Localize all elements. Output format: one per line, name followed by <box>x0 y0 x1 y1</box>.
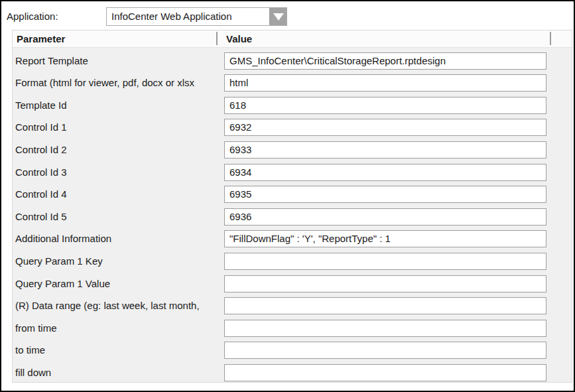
table-row: Query Param 1 Key <box>13 248 572 271</box>
parameter-table-body: Report Template Format (html for viewer,… <box>13 48 572 382</box>
value-input[interactable] <box>224 253 546 270</box>
parameter-label: Format (html for viewer, pdf, docx or xl… <box>15 76 194 89</box>
application-dropdown[interactable]: InfoCenter Web Application <box>106 7 287 26</box>
table-row: Query Param 1 Value <box>13 271 572 293</box>
parameter-table-header: Parameter Value <box>13 31 572 48</box>
column-header-value: Value <box>226 33 252 45</box>
table-row: Control Id 5 <box>13 204 572 226</box>
table-row: Control Id 3 <box>13 159 572 182</box>
table-row: fill down <box>13 359 572 382</box>
parameter-label: Template Id <box>15 99 67 111</box>
value-input[interactable] <box>224 74 546 92</box>
table-row: Template Id <box>13 92 572 115</box>
parameter-label: Control Id 5 <box>15 210 67 223</box>
dropdown-open-button[interactable] <box>269 8 287 25</box>
column-resize-handle[interactable] <box>216 32 218 45</box>
parameter-editor-window: Application: InfoCenter Web Application … <box>0 0 575 392</box>
value-input[interactable] <box>224 97 546 114</box>
parameter-label: Control Id 1 <box>15 121 67 133</box>
parameter-label: Control Id 4 <box>15 188 67 200</box>
chevron-down-icon <box>273 13 284 21</box>
table-row: Control Id 1 <box>13 115 572 137</box>
value-input[interactable] <box>224 364 546 381</box>
table-row: Format (html for viewer, pdf, docx or xl… <box>13 70 572 93</box>
table-row: Additional Information <box>13 226 572 249</box>
table-row: Control Id 4 <box>13 182 572 204</box>
table-row: from time <box>13 315 572 338</box>
parameter-label: from time <box>15 322 57 334</box>
value-input[interactable] <box>224 342 546 359</box>
table-row: Report Template <box>13 48 572 70</box>
parameter-label: Report Template <box>15 54 88 67</box>
parameter-label: Query Param 1 Key <box>15 255 103 267</box>
value-input[interactable] <box>224 164 546 181</box>
parameter-label: Query Param 1 Value <box>15 277 110 290</box>
table-row: (R) Data range (eg: last week, last mont… <box>13 293 572 316</box>
parameter-label: fill down <box>15 366 51 379</box>
parameter-label: (R) Data range (eg: last week, last mont… <box>15 299 200 312</box>
value-input[interactable] <box>224 297 546 314</box>
value-input[interactable] <box>224 208 546 226</box>
value-input[interactable] <box>224 141 546 159</box>
value-input[interactable] <box>224 52 546 70</box>
value-input[interactable] <box>224 186 546 203</box>
parameter-label: to time <box>15 344 45 356</box>
value-input[interactable] <box>224 275 546 293</box>
value-input[interactable] <box>224 230 546 247</box>
column-header-parameter: Parameter <box>17 33 65 45</box>
value-input[interactable] <box>224 119 546 136</box>
column-resize-handle[interactable] <box>550 32 551 45</box>
parameter-table: Parameter Value Report Template Format (… <box>12 30 572 383</box>
parameter-label: Additional Information <box>15 232 111 245</box>
application-label: Application: <box>7 10 58 23</box>
parameter-label: Control Id 2 <box>15 143 67 156</box>
table-row: Control Id 2 <box>13 137 572 159</box>
application-dropdown-value: InfoCenter Web Application <box>107 8 269 25</box>
table-row: to time <box>13 338 572 360</box>
value-input[interactable] <box>224 320 546 337</box>
parameter-label: Control Id 3 <box>15 166 67 178</box>
